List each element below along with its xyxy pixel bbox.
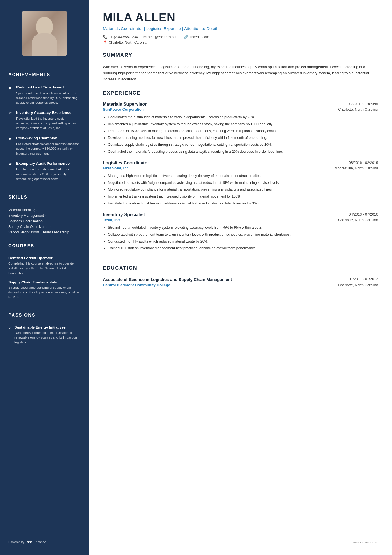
- achievement-title-1: Reduced Lead Time Award: [16, 85, 81, 90]
- location-row: 📍 Charlotte, North Carolina: [103, 40, 378, 45]
- exp-bullets-1: Coordinated the distribution of material…: [103, 114, 378, 154]
- achievement-item: ☆ Inventory Accuracy Excellence Revoluti…: [8, 110, 81, 130]
- exp-job-title-1: Materials Supervisor: [103, 102, 147, 107]
- exp-job-title-3: Inventory Specialist: [103, 212, 145, 217]
- bullet: Optimized supply chain logistics through…: [108, 142, 378, 148]
- bullet: Implemented a tracking system that incre…: [108, 194, 378, 199]
- course-title-1: Certified Forklift Operator: [8, 256, 81, 260]
- education-item: Associate of Science in Logistics and Su…: [103, 277, 378, 287]
- bullet: Developed training modules for new hires…: [108, 135, 378, 141]
- course-desc-1: Completing this course enabled me to ope…: [8, 261, 81, 276]
- passion-title-1: Sustainable Energy Initiatives: [14, 325, 81, 329]
- edu-header: Associate of Science in Logistics and Su…: [103, 277, 378, 282]
- exp-date-2: 08/2016 - 02/2019: [349, 161, 378, 165]
- experience-item: Logistics Coordinator 08/2016 - 02/2019 …: [103, 161, 378, 206]
- exp-company-row: First Solar, Inc. Mooresville, North Car…: [103, 166, 378, 170]
- exp-company-2: First Solar, Inc.: [103, 166, 130, 170]
- education-section: EDUCATION Associate of Science in Logist…: [103, 265, 378, 292]
- experience-item: Inventory Specialist 04/2013 - 07/2016 T…: [103, 212, 378, 251]
- candidate-name: MILA ALLEN: [103, 11, 378, 24]
- passion-desc-1: I am deeply interested in the transition…: [14, 330, 81, 345]
- exp-header: Materials Supervisor 03/2019 - Present: [103, 102, 378, 107]
- courses-section: COURSES Certified Forklift Operator Comp…: [0, 243, 89, 304]
- linkedin-contact: 🔗 linkedin.com: [184, 35, 209, 39]
- experience-title: EXPERIENCE: [103, 90, 378, 98]
- summary-title: SUMMARY: [103, 52, 378, 60]
- exp-header: Logistics Coordinator 08/2016 - 02/2019: [103, 161, 378, 166]
- achievement-item: ◆ Reduced Lead Time Award Spearheaded a …: [8, 85, 81, 105]
- email-contact: ✉ help@enhancv.com: [143, 35, 178, 39]
- main-content: MILA ALLEN Materials Coordinator | Logis…: [89, 0, 392, 555]
- exp-company-row: SunPower Corporation Charlotte, North Ca…: [103, 107, 378, 112]
- bullet: Negotiated contracts with freight compan…: [108, 180, 378, 186]
- linkedin-value: linkedin.com: [190, 35, 209, 39]
- avatar: [22, 11, 67, 56]
- skill-item: Logistics Coordination ·: [8, 218, 81, 224]
- bullet: Led a team of 15 workers to manage mater…: [108, 128, 378, 134]
- enhancv-brand-label: Enhancv: [34, 540, 46, 544]
- summary-text: With over 10 years of experience in logi…: [103, 64, 378, 82]
- course-item: Supply Chain Fundamentals Strengthened u…: [8, 280, 81, 300]
- avatar-image: [22, 11, 67, 56]
- edu-school-1: Central Piedmont Community College: [103, 283, 170, 287]
- bullet: Managed a high-volume logistics network,…: [108, 173, 378, 179]
- email-icon: ✉: [143, 35, 147, 39]
- phone-value: +1-(234)-555-1234: [109, 35, 138, 39]
- exp-company-row: Tesla, Inc. Charlotte, North Carolina: [103, 218, 378, 222]
- resume-header: MILA ALLEN Materials Coordinator | Logis…: [103, 11, 378, 45]
- passions-title: PASSIONS: [8, 313, 81, 320]
- exp-bullets-3: Streamlined an outdated inventory system…: [103, 225, 378, 251]
- achievement-desc-2: Revolutionized the inventory system, ach…: [16, 116, 81, 131]
- contact-row: 📞 +1-(234)-555-1234 ✉ help@enhancv.com 🔗…: [103, 35, 378, 39]
- achievement-desc-3: Facilitated strategic vendor negotiation…: [16, 142, 81, 156]
- edu-degree-1: Associate of Science in Logistics and Su…: [103, 277, 232, 282]
- location-value: Charlotte, North Carolina: [109, 41, 147, 45]
- achievements-title: ACHIEVEMENTS: [8, 72, 81, 80]
- achievement-item: ★ Cost-Saving Champion Facilitated strat…: [8, 136, 81, 156]
- star-filled-icon: ★: [8, 136, 13, 141]
- passions-section: PASSIONS ✓ Sustainable Energy Initiative…: [0, 313, 89, 349]
- checkmark-icon: ✓: [8, 325, 12, 330]
- candidate-subtitle: Materials Coordinator | Logistics Expert…: [103, 26, 378, 31]
- email-value: help@enhancv.com: [148, 35, 178, 39]
- exp-company-1: SunPower Corporation: [103, 107, 144, 112]
- skills-title: SKILLS: [8, 195, 81, 202]
- link-icon: 🔗: [184, 35, 188, 39]
- skill-item: Supply Chain Optimization ·: [8, 224, 81, 230]
- main-footer: www.enhancv.com: [103, 532, 378, 544]
- bullet: Trained 10+ staff on inventory managemen…: [108, 245, 378, 251]
- achievements-section: ACHIEVEMENTS ◆ Reduced Lead Time Award S…: [0, 72, 89, 186]
- skills-section: SKILLS Material Handling · Inventory Man…: [0, 195, 89, 235]
- avatar-container: [0, 0, 89, 64]
- course-title-2: Supply Chain Fundamentals: [8, 280, 81, 284]
- achievement-desc-4: Led the monthly audit team that reduced …: [16, 167, 81, 181]
- bullet: Facilitated cross-functional teams to ad…: [108, 201, 378, 206]
- website-label: www.enhancv.com: [353, 541, 378, 544]
- exp-location-2: Mooresville, North Carolina: [334, 166, 378, 170]
- summary-section: SUMMARY With over 10 years of experience…: [103, 52, 378, 82]
- bullet: Conducted monthly audits which reduced m…: [108, 239, 378, 245]
- course-desc-2: Strengthened understanding of supply cha…: [8, 285, 81, 300]
- enhancv-logo: Enhancv: [27, 540, 46, 544]
- skill-item: Inventory Management ·: [8, 213, 81, 218]
- bullet: Implemented a just-in-time inventory sys…: [108, 121, 378, 127]
- achievement-desc-1: Spearheaded a data analysis initiative t…: [16, 91, 81, 105]
- phone-icon: 📞: [103, 35, 107, 39]
- course-item: Certified Forklift Operator Completing t…: [8, 256, 81, 276]
- education-title: EDUCATION: [103, 265, 378, 273]
- exp-location-1: Charlotte, North Carolina: [338, 107, 378, 112]
- bullet: Streamlined an outdated inventory system…: [108, 225, 378, 231]
- exp-bullets-2: Managed a high-volume logistics network,…: [103, 173, 378, 206]
- exp-header: Inventory Specialist 04/2013 - 07/2016: [103, 212, 378, 217]
- achievement-item: ★ Exemplary Audit Performance Led the mo…: [8, 161, 81, 181]
- sidebar-footer: Powered by Enhancv: [0, 534, 89, 544]
- experience-item: Materials Supervisor 03/2019 - Present S…: [103, 102, 378, 154]
- edu-location-1: Charlotte, North Carolina: [338, 283, 378, 287]
- exp-date-3: 04/2013 - 07/2016: [349, 212, 378, 216]
- achievement-title-4: Exemplary Audit Performance: [16, 161, 81, 166]
- phone-contact: 📞 +1-(234)-555-1234: [103, 35, 138, 39]
- star-outline-icon-2: ★: [8, 162, 13, 166]
- passion-item: ✓ Sustainable Energy Initiatives I am de…: [8, 325, 81, 345]
- achievement-title-2: Inventory Accuracy Excellence: [16, 110, 81, 115]
- bullet: Monitored regulatory compliance for mate…: [108, 187, 378, 193]
